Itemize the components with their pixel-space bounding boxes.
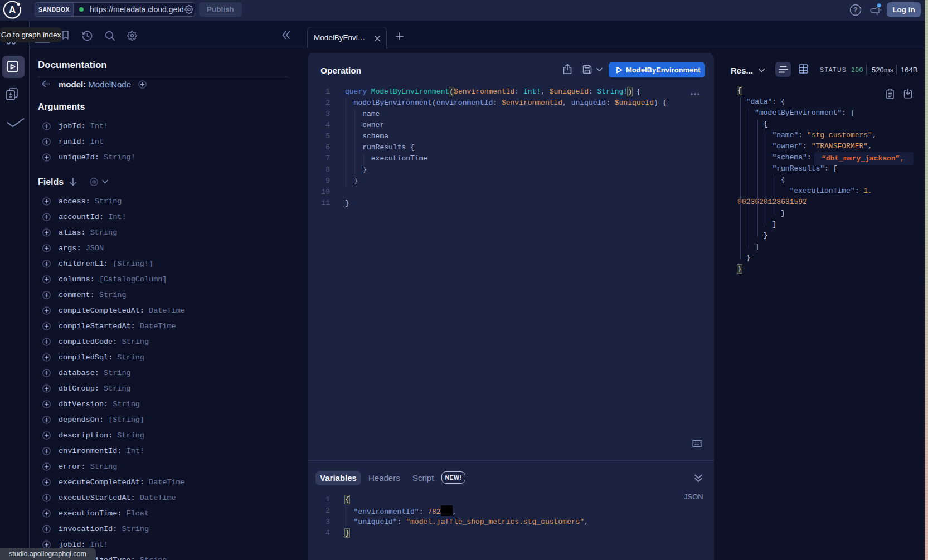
svg-text:?: ? <box>853 6 857 14</box>
svg-text:A: A <box>9 4 16 16</box>
